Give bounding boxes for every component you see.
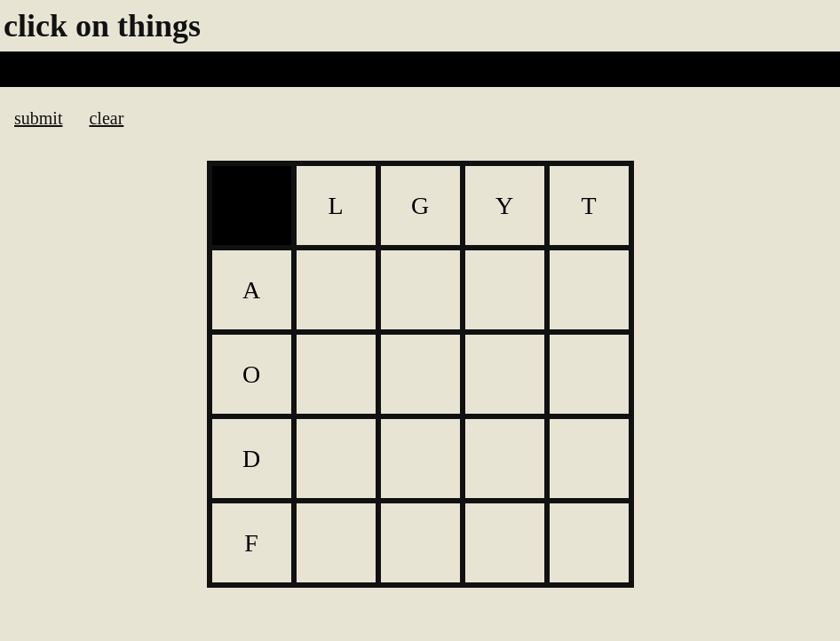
grid-cell-1-3[interactable] <box>463 248 547 332</box>
clear-button[interactable]: clear <box>89 108 123 129</box>
grid-cell-2-2[interactable] <box>378 332 463 416</box>
grid-cell-3-2[interactable] <box>378 416 463 501</box>
grid-cell-3-4[interactable] <box>547 416 631 501</box>
grid-cell-3-1[interactable] <box>294 416 378 501</box>
grid-cell-0-4[interactable]: T <box>547 163 631 248</box>
grid-cell-1-4[interactable] <box>547 248 631 332</box>
grid-cell-0-2[interactable]: G <box>378 163 463 248</box>
submit-button[interactable]: submit <box>14 108 62 129</box>
grid-cell-1-0[interactable]: A <box>210 248 294 332</box>
grid-cell-1-1[interactable] <box>294 248 378 332</box>
game-grid: LGYTAODF <box>207 161 634 588</box>
controls-bar: submit clear <box>0 105 840 143</box>
grid-cell-1-2[interactable] <box>378 248 463 332</box>
page-title: click on things <box>0 0 840 51</box>
grid-cell-2-0[interactable]: O <box>210 332 294 416</box>
grid-cell-4-1[interactable] <box>294 501 378 585</box>
grid-cell-0-3[interactable]: Y <box>463 163 547 248</box>
grid-cell-2-4[interactable] <box>547 332 631 416</box>
grid-cell-3-3[interactable] <box>463 416 547 501</box>
black-bar <box>0 51 840 87</box>
grid-cell-3-0[interactable]: D <box>210 416 294 501</box>
grid-cell-2-1[interactable] <box>294 332 378 416</box>
grid-cell-0-1[interactable]: L <box>294 163 378 248</box>
grid-cell-4-2[interactable] <box>378 501 463 585</box>
grid-cell-2-3[interactable] <box>463 332 547 416</box>
grid-cell-0-0 <box>210 163 294 248</box>
grid-cell-4-4[interactable] <box>547 501 631 585</box>
grid-cell-4-0[interactable]: F <box>210 501 294 585</box>
grid-area: LGYTAODF <box>0 143 840 605</box>
grid-cell-4-3[interactable] <box>463 501 547 585</box>
